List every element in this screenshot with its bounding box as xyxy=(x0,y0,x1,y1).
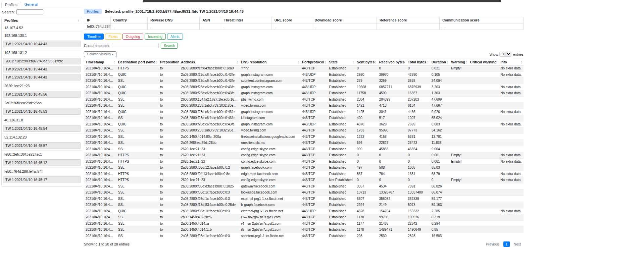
show-entries-select[interactable]: 50 xyxy=(499,52,511,57)
timeline-row[interactable]: 2021/04/10 16:46:26SSLto2a03:2880:f03d:1… xyxy=(84,189,524,196)
view-button-timeline[interactable]: Timeline xyxy=(84,34,104,40)
profiles-list-header[interactable]: Profiles ▲▼ xyxy=(2,17,82,24)
timeline-row[interactable]: 2021/04/10 16:44:43QUICto2a03:2880:f23d:… xyxy=(84,71,524,78)
sidebar-profile-item[interactable]: 40.126.31.8 xyxy=(2,116,82,124)
timeline-cell: to xyxy=(158,133,179,140)
timeline-cell: 4466 xyxy=(406,109,430,115)
custom-search-input[interactable] xyxy=(112,43,159,48)
timeline-row[interactable]: 2021/04/10 16:45:27QUICto2a03:2880:f23d:… xyxy=(84,109,524,115)
timeline-column-header[interactable]: Info▲▼ xyxy=(499,59,524,65)
sidebar-profile-item[interactable]: 2001:718:2:903:b877:48ae:9531:fbfc xyxy=(3,58,81,64)
timeline-column-header[interactable]: Address▲▼ xyxy=(179,59,239,65)
timeline-row[interactable]: 2021/04/10 16:45:20SSLto2606:2800:134:fa… xyxy=(84,96,524,103)
timeline-cell: 999 xyxy=(355,146,378,152)
timeline-row[interactable]: 2021/04/10 16:46:23HTTPSto2a03:2880:f0ff… xyxy=(84,171,524,177)
sidebar-profile-item[interactable]: 52.114.132.20 xyxy=(2,133,82,141)
timeline-row[interactable]: 2021/04/10 16:46:11HTTPSto2620:1ec:21::2… xyxy=(84,152,524,159)
timeline-row[interactable]: 2021/04/10 16:46:17HTTPSto2620:1ec:21::2… xyxy=(84,158,524,165)
timeline-row[interactable]: 2021/04/10 16:46:38SSLto2a00:1450:4023:b… xyxy=(84,214,524,221)
timeline-column-header[interactable]: Total bytes▲▼ xyxy=(406,59,430,65)
sidebar-timewindow-item[interactable]: TW 1:2021/04/10 16:45:54 xyxy=(3,125,81,132)
sidebar-profile-item[interactable]: 192.168.131.2 xyxy=(2,49,82,56)
sidebar-profile-item[interactable]: 192.168.130.1 xyxy=(2,32,82,39)
timeline-row[interactable]: 2021/04/10 16:46:33SSLto2a03:2880:f03d:1… xyxy=(84,196,524,202)
timeline-cell: oneclient.sfx.ms xyxy=(240,140,300,146)
timeline-row[interactable]: 2021/04/10 16:44:43QUICto2a03:2880:f23d:… xyxy=(84,84,524,90)
timeline-row[interactable]: 2021/04/10 16:45:27SSLto2a03:2880:f23d:c… xyxy=(84,115,524,121)
timeline-row[interactable]: 2021/04/10 16:47:16SSLto2a03:2880:f03d:1… xyxy=(84,233,524,239)
view-button-alerts[interactable]: Alerts xyxy=(167,34,183,40)
timeline-row[interactable]: 2021/04/10 16:45:51SSLto2a00:1450:4014:8… xyxy=(84,133,524,140)
timeline-column-header[interactable]: Received bytes▲▼ xyxy=(378,59,406,65)
timeline-cell: 4534 xyxy=(378,183,406,189)
column-header-label: Port/protocol xyxy=(302,60,324,64)
timeline-cell: 1223 xyxy=(355,133,378,140)
sidebar-timewindow-item[interactable]: TW 0:2021/04/10 15:44:43 xyxy=(3,66,81,72)
timeline-column-header[interactable]: Port/protocol▲▼ xyxy=(300,59,328,65)
pagination-next[interactable]: Next xyxy=(511,241,524,247)
timeline-row[interactable]: 2021/04/10 16:46:23SSLto2a03:2880:f03d:1… xyxy=(84,165,524,171)
timeline-cell xyxy=(499,140,524,146)
view-button-incoming[interactable]: Incoming xyxy=(145,34,166,40)
pagination-page-1[interactable]: 1 xyxy=(503,241,510,247)
sidebar-timewindow-item[interactable]: TW 1:2021/04/10 16:45:57 xyxy=(3,142,81,149)
timeline-row[interactable]: 2021/04/10 16:46:33SSLto2a03:2880:f13d:8… xyxy=(84,202,524,208)
sidebar-timewindow-item[interactable]: TW 1:2021/04/10 16:45:56 xyxy=(3,91,81,98)
sidebar-profile-item[interactable]: fe80::764d:28ff:fe4a:f74f xyxy=(2,167,82,175)
timeline-cell: 490 xyxy=(355,115,378,121)
sidebar-timewindow-item[interactable]: TW 1:2021/04/10 16:44:43 xyxy=(3,41,81,47)
sidebar-profile-item[interactable]: fe80::2efc:36f:ce23:fac1 xyxy=(2,150,82,158)
custom-search-button[interactable]: Search xyxy=(161,43,178,49)
timeline-row[interactable]: 2021/04/10 16:46:25SSLto2a03:2880:f03d:d… xyxy=(84,183,524,189)
timeline-cell: graph.instagram.com xyxy=(240,71,300,78)
timeline-column-header[interactable]: Critical warning▲▼ xyxy=(468,59,499,65)
timeline-cell: No extra data. xyxy=(499,171,524,177)
timeline-cell: 443/TCP xyxy=(300,233,328,239)
timeline-row[interactable]: 2021/04/10 16:46:39SSLto2a00:1450:4014::… xyxy=(84,220,524,227)
sidebar-timewindow-item[interactable]: TW 1:2021/04/10 16:44:43 xyxy=(3,74,81,80)
pagination-previous[interactable]: Previous xyxy=(483,241,502,247)
timeline-column-header[interactable]: Destination port name▲▼ xyxy=(116,59,158,65)
timeline-row[interactable]: 2021/04/10 16:44:43HTTPSto2a03:2880:f1ff… xyxy=(84,65,524,72)
timeline-column-header[interactable]: DNS resolution▲▼ xyxy=(240,59,300,65)
timeline-cell: 2021/04/10 16:45:27 xyxy=(84,115,116,121)
timeline-row[interactable]: 2021/04/10 16:44:43SSLto2a03:2880:f23d:c… xyxy=(84,78,524,84)
timeline-column-header[interactable]: Sent bytes▲▼ xyxy=(355,59,378,65)
sidebar-profile-item[interactable]: 2620:1ec:21::23 xyxy=(2,82,82,90)
column-header-label: Total bytes xyxy=(408,60,426,64)
timeline-row[interactable]: 2021/04/10 16:45:34SSLto2606:2800:233:1a… xyxy=(84,127,524,134)
timeline-row[interactable]: 2021/04/10 16:46:40SSLto2a00:1450:4014:1… xyxy=(84,227,524,233)
timeline-cell: 0.021 xyxy=(430,65,449,72)
timeline-row[interactable]: 2021/04/10 16:45:53SSLto2a02:26f0:ea:29d… xyxy=(84,140,524,146)
view-button-outgoing[interactable]: Outgoing xyxy=(122,34,144,40)
tab-general[interactable]: General xyxy=(21,2,41,8)
view-button-flows[interactable]: Flows xyxy=(105,34,121,40)
timeline-cell: to xyxy=(158,177,179,183)
timeline-column-header[interactable]: State▲▼ xyxy=(328,59,355,65)
sidebar-profile-item[interactable]: 13.107.4.52 xyxy=(2,24,82,32)
timeline-cell: 2620:1ec:21::23 xyxy=(179,152,239,159)
tab-profiles[interactable]: Profiles xyxy=(1,2,21,8)
timeline-row[interactable]: 2021/04/10 16:46:24HTTPSto2620:1ec:21::2… xyxy=(84,177,524,183)
timeline-column-header[interactable]: Duration▲▼ xyxy=(430,59,449,65)
timeline-cell xyxy=(468,214,499,221)
timeline-cell: 68.79 xyxy=(430,171,449,177)
timeline-row[interactable]: 2021/04/10 16:45:28QUICto2a03:2880:f23d:… xyxy=(84,121,524,127)
timeline-row[interactable]: 2021/04/10 16:46:33QUICto2a03:2880:f03d:… xyxy=(84,208,524,214)
timeline-row[interactable]: 2021/04/10 16:44:45QUICto2a03:2880:f23d:… xyxy=(84,90,524,97)
timeline-column-header[interactable]: Preposition▲▼ xyxy=(158,59,179,65)
sidebar-timewindow-item[interactable]: TW 1:2021/04/10 16:45:12 xyxy=(3,159,81,166)
column-visibility-button[interactable]: Column visibility▾ xyxy=(84,51,116,57)
timeline-cell: SSL xyxy=(116,78,158,84)
timeline-cell xyxy=(468,71,499,78)
sidebar-timewindow-item[interactable]: TW 1:2021/04/10 16:45:17 xyxy=(3,176,81,183)
timeline-column-header[interactable]: Timestamp▲▼ xyxy=(84,59,116,65)
sidebar-profile-item[interactable]: 2a02:26f0:ea:29d::25bb xyxy=(2,99,82,107)
timeline-column-header[interactable]: Warning▲▼ xyxy=(449,59,468,65)
sidebar-timewindow-item[interactable]: TW 1:2021/04/10 16:45:53 xyxy=(3,108,81,115)
timeline-row[interactable]: 2021/04/10 16:45:56SSLto2620:1ec:21::23c… xyxy=(84,146,524,152)
timeline-cell: to xyxy=(158,189,179,196)
timeline-cell: 443/TCP xyxy=(300,127,328,134)
timeline-row[interactable]: 2021/04/10 16:45:20SSLto2606:2800:233:1a… xyxy=(84,103,524,109)
sidebar-search-input[interactable] xyxy=(16,9,43,14)
